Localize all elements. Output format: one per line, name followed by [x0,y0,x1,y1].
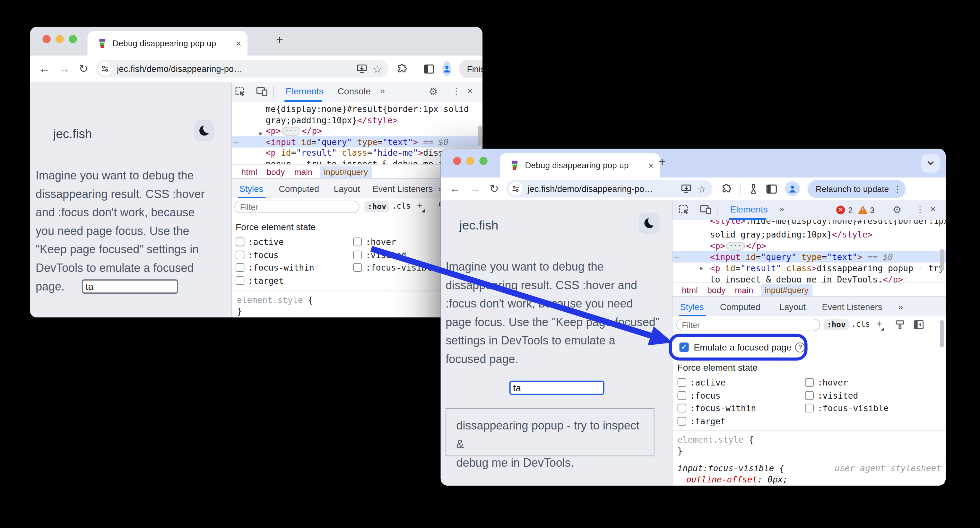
state-hover[interactable]: :hover [805,376,848,389]
styles-filter-input[interactable] [234,200,359,213]
extensions-icon[interactable] [721,183,732,194]
tab-event-listeners[interactable]: Event Listeners [822,302,882,312]
more-actions-ellipsis-icon[interactable]: ⋯ [675,251,679,262]
checkbox-icon[interactable] [678,417,686,425]
profile-avatar[interactable] [785,181,800,196]
breadcrumb-input-query[interactable]: input#query [320,166,372,178]
code-line-selected[interactable]: ⋯ <input id="query" type="text"> == $0 [673,251,946,262]
checkbox-icon[interactable] [235,276,244,285]
minimize-window-button[interactable] [56,35,64,43]
breadcrumb-body[interactable]: body [266,167,285,177]
reload-icon[interactable]: ↻ [490,183,499,194]
user-agent-style-rule[interactable]: input:focus-visible { user agent stylesh… [678,463,942,486]
new-tab-button[interactable]: + [276,33,283,47]
styles-scrollbar[interactable] [940,320,944,348]
code-line[interactable]: ▶ <p>···</p> [232,125,482,136]
computed-sidebar-toggle-icon[interactable] [914,320,924,329]
browser-tab[interactable]: Debug disappearing pop up × [500,153,660,178]
tab-styles[interactable]: Styles [680,302,704,312]
rendering-emulation-icon[interactable] [895,320,905,330]
checkbox-icon[interactable] [805,391,814,399]
breadcrumb-body[interactable]: body [707,285,725,295]
site-settings-icon[interactable] [98,62,112,76]
error-count[interactable]: 2 [848,206,853,215]
state-visited[interactable]: :visited [805,389,858,402]
bookmark-star-icon[interactable]: ☆ [697,183,706,195]
breadcrumb-main[interactable]: main [294,167,313,177]
new-tab-button[interactable]: + [659,155,666,169]
warning-count[interactable]: 3 [870,206,874,215]
tab-layout[interactable]: Layout [334,184,360,194]
warning-badge-icon[interactable]: ! [858,206,867,214]
tab-computed[interactable]: Computed [720,302,760,312]
finish-update-button[interactable]: Finish update ⋮ [459,60,482,78]
elements-scrollbar[interactable] [940,249,944,271]
save-page-icon[interactable] [356,65,367,73]
dark-mode-toggle[interactable] [194,120,215,141]
update-menu-kebab-icon[interactable]: ⋮ [893,184,902,194]
device-toolbar-icon[interactable] [256,86,267,96]
checkbox-icon[interactable] [805,378,814,387]
zoom-window-button[interactable] [479,157,487,165]
breadcrumb-input-query[interactable]: input#query [761,284,813,296]
forward-icon[interactable]: → [59,63,70,75]
state-active[interactable]: :active [678,376,726,389]
breadcrumb-main[interactable]: main [735,285,753,295]
tab-close-icon[interactable]: × [236,39,242,48]
state-focus[interactable]: :focus [678,389,721,402]
zoom-window-button[interactable] [69,35,77,43]
state-target[interactable]: :target [678,415,726,427]
checkbox-icon[interactable] [353,250,362,259]
tab-console[interactable]: Console [337,86,371,96]
code-line[interactable]: solid gray;padding:10px}</style> [673,229,946,240]
code-line-clipped[interactable]: <style>.hide-me{display:none}#result{bor… [673,220,946,226]
code-line[interactable]: gray;padding:10px}</style> [232,114,482,125]
back-icon[interactable]: ← [449,183,461,194]
state-focus-within[interactable]: :focus-within [235,261,314,274]
state-focus-visible[interactable]: :focus-visible [805,402,889,414]
checkbox-icon[interactable] [678,391,686,399]
checkbox-icon[interactable] [805,404,814,412]
device-toolbar-icon[interactable] [700,204,711,215]
bookmark-star-icon[interactable]: ☆ [373,63,382,75]
side-panel-icon[interactable] [766,184,777,193]
settings-gear-icon[interactable]: ⚙ [429,86,438,98]
element-style-rule[interactable]: element.style { } [678,434,942,456]
new-style-rule-icon[interactable]: +◢ [417,200,426,212]
state-focus[interactable]: :focus [235,248,278,261]
address-bar[interactable]: jec.fish/demo/disappearing-po… ☆ [95,60,388,78]
side-panel-icon[interactable] [424,64,434,73]
code-line[interactable]: to inspect & debug me in DevTools.</p> [673,274,946,283]
forward-icon[interactable]: → [469,183,480,194]
cls-toggle[interactable]: .cls [392,201,411,211]
state-target[interactable]: :target [235,274,284,286]
query-input-focused[interactable] [509,381,605,395]
cls-toggle[interactable]: .cls [851,320,870,329]
test-flask-icon[interactable] [749,183,758,194]
minimize-window-button[interactable] [466,157,474,165]
error-badge-icon[interactable]: × [836,206,845,215]
inspect-element-icon[interactable] [679,204,690,216]
emulate-focused-page-checkbox[interactable]: ✓ [679,342,689,352]
tab-elements[interactable]: Elements [730,204,768,215]
elements-scrollbar[interactable] [478,126,482,145]
tab-styles[interactable]: Styles [239,184,263,194]
back-icon[interactable]: ← [39,63,50,75]
dark-mode-toggle[interactable] [639,213,659,234]
query-input[interactable] [82,279,178,294]
state-visited[interactable]: :visited [353,248,406,261]
save-page-icon[interactable] [681,184,691,193]
state-focus-within[interactable]: :focus-within [678,402,756,414]
devtools-close-icon[interactable]: × [467,86,473,97]
inspect-element-icon[interactable] [235,86,246,98]
help-icon[interactable]: ? [795,342,805,352]
state-focus-visible[interactable]: :focus-visible [353,261,437,274]
code-line-selected[interactable]: ⋯ <input id="query" type="text"> == $0 [232,136,482,147]
address-bar[interactable]: jec.fish/demo/disappearing-po… ☆ [506,180,713,198]
state-active[interactable]: :active [235,235,284,248]
checkbox-icon[interactable] [353,263,362,272]
code-line[interactable]: <p id="result" class>dissappearing popup… [673,262,946,274]
settings-gear-icon[interactable]: ⚙ [892,204,901,216]
reload-icon[interactable]: ↻ [79,63,88,75]
styles-filter-input[interactable] [676,319,820,331]
